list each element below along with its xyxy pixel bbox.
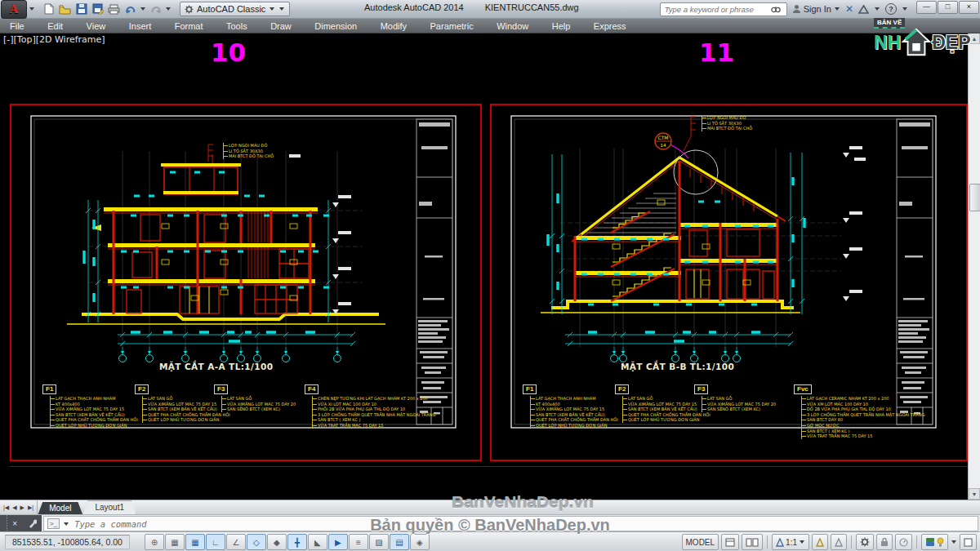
banvenhadep-logo[interactable]: BẢN VẼ NH ĐẸP <box>874 13 973 58</box>
dynamic-input-toggle[interactable]: ▶ <box>328 534 348 550</box>
scrollbar-thumb[interactable] <box>969 184 980 211</box>
open-icon[interactable] <box>58 2 72 16</box>
redo-icon[interactable] <box>149 2 163 16</box>
recent-commands-caret-icon[interactable] <box>64 522 69 526</box>
workspace-label: AutoCAD Classic <box>197 4 265 14</box>
doc-close-button[interactable]: × <box>972 2 978 10</box>
annotation-visibility-button[interactable] <box>812 534 828 550</box>
autodesk-360-icon[interactable] <box>858 5 869 14</box>
detail-callout[interactable]: CTM 14 <box>655 133 718 194</box>
document-window-controls: – ◱ × <box>950 2 978 10</box>
command-close-icon[interactable]: × <box>12 519 17 528</box>
performance-tuner-button[interactable] <box>895 534 912 550</box>
sheet-section-b-b[interactable]: CTM 14 <box>490 104 969 461</box>
ortho-mode-toggle[interactable]: ∟ <box>206 534 225 550</box>
tab-model[interactable]: Model <box>38 502 82 515</box>
tab-layout1[interactable]: Layout1 <box>82 500 136 515</box>
command-input-area[interactable]: >_ <box>43 516 978 531</box>
infer-constraints-toggle[interactable]: ⊕ <box>145 534 164 550</box>
grid-display-toggle[interactable]: ▦ <box>185 534 205 550</box>
application-status-menu-icon[interactable] <box>951 540 956 544</box>
doc-restore-button[interactable]: ◱ <box>960 2 969 10</box>
menu-express[interactable]: Express <box>584 20 636 33</box>
menu-insert[interactable]: Insert <box>119 20 162 33</box>
new-icon[interactable] <box>42 2 56 16</box>
customize-wrench-icon[interactable] <box>28 519 37 528</box>
application-menu-button[interactable]: A <box>1 0 27 19</box>
note-line: LÁT GẠCH THẠCH ANH NHÁM <box>56 396 138 402</box>
sign-in-control[interactable]: Sign In <box>792 4 840 14</box>
menu-parametric[interactable]: Parametric <box>421 20 483 33</box>
viewport-controls-label[interactable]: [-][Top][2D Wireframe] <box>3 34 105 45</box>
toolbar-lock-button[interactable] <box>876 534 893 550</box>
menu-draw[interactable]: Draw <box>261 20 301 33</box>
workspace-dropdown[interactable]: AutoCAD Classic <box>180 2 290 16</box>
menu-help[interactable]: Help <box>542 20 581 33</box>
annotation-scale-button[interactable]: 1:1 <box>772 534 809 550</box>
redo-caret-icon[interactable] <box>166 7 171 11</box>
quick-properties-toggle[interactable]: ▤ <box>390 534 409 550</box>
workspace-extra-caret-icon[interactable] <box>279 7 284 11</box>
first-tab-icon[interactable]: |◀ <box>3 504 9 511</box>
quick-view-layouts-button[interactable] <box>721 534 739 550</box>
autoscale-annotations-button[interactable] <box>831 534 847 550</box>
plot-icon[interactable] <box>107 2 121 16</box>
object-snap-toggle[interactable]: ◇ <box>247 534 266 550</box>
object-snap-tracking-toggle[interactable]: ╋ <box>287 534 307 550</box>
vertical-scrollbar[interactable]: ▲ ▼ <box>968 33 980 500</box>
help-caret-icon[interactable] <box>902 7 907 11</box>
snap-mode-toggle[interactable]: ▦ <box>165 534 185 550</box>
undo-caret-icon[interactable] <box>140 7 145 11</box>
note-line: VỮA XIMĂNG LÓT MÁC 75 DÀY 15 <box>536 407 618 412</box>
doors-windows[interactable] <box>127 215 309 313</box>
minimize-button[interactable]: — <box>916 1 937 14</box>
command-line-grip[interactable] <box>0 515 7 532</box>
menu-view[interactable]: View <box>77 20 116 33</box>
note-line: 3 LỚP CHỐNG THẤM QUÉT TRẦN NHÀ MẶT NGOÀI… <box>318 412 435 418</box>
building-section[interactable] <box>67 163 385 324</box>
menu-file[interactable]: File <box>0 20 34 33</box>
model-space-button[interactable]: MODEL <box>682 534 719 550</box>
menu-bar: File Edit View Insert Format Tools Draw … <box>0 18 980 33</box>
gauge-icon <box>899 538 908 547</box>
transparency-toggle[interactable]: ▨ <box>369 534 389 550</box>
drawing-area[interactable]: [-][Top][2D Wireframe] 10 11 <box>0 33 969 500</box>
dynamic-ucs-toggle[interactable]: ◣ <box>308 534 327 550</box>
search-input[interactable] <box>663 4 771 15</box>
command-input[interactable] <box>73 518 974 530</box>
app-menu-caret-icon[interactable] <box>29 7 34 11</box>
last-tab-icon[interactable]: ▶| <box>28 504 33 511</box>
scroll-down-icon[interactable]: ▼ <box>969 488 980 500</box>
menu-edit[interactable]: Edit <box>38 20 73 33</box>
workspace-switching-button[interactable] <box>856 534 874 550</box>
tray-icons[interactable] <box>921 534 948 550</box>
selection-cycling-toggle[interactable]: ◈ <box>410 534 430 550</box>
menu-format[interactable]: Format <box>165 20 213 33</box>
lineweight-toggle[interactable]: ≡ <box>349 534 368 550</box>
polar-tracking-toggle[interactable]: ∠ <box>226 534 246 550</box>
coordinates-readout[interactable]: 851535.51, -100805.64, 0.00 <box>5 535 130 549</box>
menu-dimension[interactable]: Dimension <box>305 20 367 33</box>
next-tab-icon[interactable]: ▶ <box>20 504 24 511</box>
quick-view-drawings-button[interactable] <box>742 534 763 550</box>
previous-tab-icon[interactable]: ◀ <box>12 504 16 511</box>
title-block[interactable] <box>416 119 452 424</box>
recent-commands-icon[interactable]: >_ <box>47 518 60 529</box>
search-binoculars-icon[interactable] <box>771 5 781 13</box>
undo-icon[interactable] <box>123 2 137 16</box>
note-line: LỢP NGÓI MÀU ĐỎ <box>229 143 274 149</box>
a360-caret-icon[interactable] <box>875 7 880 11</box>
save-icon[interactable] <box>74 2 88 16</box>
stairs[interactable] <box>611 211 675 301</box>
menu-tools[interactable]: Tools <box>216 20 257 33</box>
menu-window[interactable]: Window <box>487 20 538 33</box>
clean-screen-button[interactable] <box>960 534 977 550</box>
menu-modify[interactable]: Modify <box>371 20 416 33</box>
save-as-icon[interactable] <box>91 2 105 16</box>
exchange-apps-icon[interactable]: ✕ <box>845 3 853 15</box>
sheet-section-a-a[interactable]: LỢP NGÓI MÀU ĐỎLI TÔ SẮT 30X30MÁI BTCT Đ… <box>10 104 482 461</box>
title-block[interactable] <box>897 119 933 424</box>
doc-minimize-button[interactable]: – <box>950 2 956 10</box>
3d-object-snap-toggle[interactable]: ◆ <box>267 534 287 550</box>
help-search-box[interactable] <box>660 2 787 16</box>
